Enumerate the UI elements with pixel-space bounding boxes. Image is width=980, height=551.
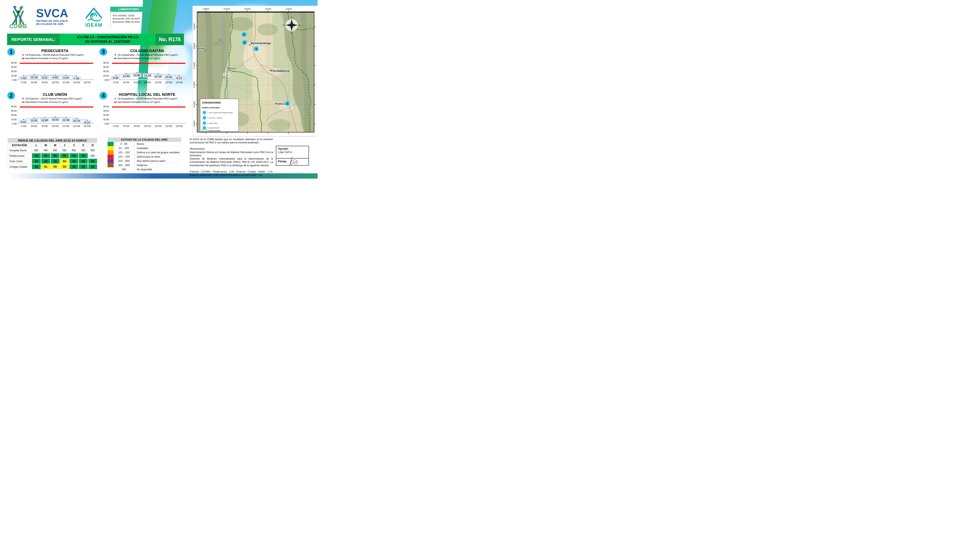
y-tick-label: 0.00 xyxy=(12,79,17,81)
limit-marker-icon xyxy=(114,102,117,103)
chart-svg: 3COLEGIO GAITÁNCA-ColegioGaitán - CE0196… xyxy=(98,48,189,87)
data-label: 6.19 xyxy=(84,121,90,124)
chart-number: 2 xyxy=(10,92,13,98)
city-floridablanca: Floridablanca xyxy=(271,69,290,73)
series-legend-label: CA-Piedecuesta - CE0199 Material Particu… xyxy=(25,54,84,56)
x-tick-label: 8/7/25 xyxy=(123,81,129,84)
x-tick-label: 12/7/25 xyxy=(73,125,80,127)
data-label: 10.50 xyxy=(165,76,172,79)
x-tick-label: 9/7/25 xyxy=(42,81,48,84)
x-tick-label: 11/7/25 xyxy=(154,81,161,84)
report-title-line2: DE 07/07/2025 AL 13/07/2025 xyxy=(85,40,130,44)
data-label: 13.52 xyxy=(52,118,59,121)
signature-icon xyxy=(286,156,299,167)
chart-svg: 2CLUB UNIÓNCA-ClubUnión - CE0197 Materia… xyxy=(6,91,97,130)
y-tick: 1275000 xyxy=(193,62,195,69)
airport-label: PALONEGRO xyxy=(212,41,225,43)
city-lebrija: ebrija xyxy=(198,47,204,50)
chart-number: 3 xyxy=(102,49,105,55)
ica-header: M xyxy=(51,143,60,147)
estado-label: Muy dañina para la salud xyxy=(134,159,181,163)
ica-value-cell: ND xyxy=(79,148,88,153)
y-tick-label: 10.00 xyxy=(103,118,109,121)
y-tick-label: 20.00 xyxy=(103,70,109,73)
estado-label: Peligroso xyxy=(134,163,181,167)
data-label: 11.85 xyxy=(41,119,48,122)
city-giron: Girón xyxy=(229,67,235,70)
data-label: 7.93 xyxy=(21,77,26,80)
ica-value-cell: 53 xyxy=(60,159,69,164)
ica-station: Club Unión xyxy=(8,159,32,164)
legend-item: 2, Club Unión - Cabecera xyxy=(207,117,223,119)
cdmb-logo-icon: CDMB xyxy=(8,5,29,29)
observation-title: Observación1: xyxy=(189,147,273,151)
data-label: 9.45 xyxy=(52,76,58,79)
chart-svg: 4HOSPITAL LOCAL DEL NORTECA-HospitalNort… xyxy=(98,91,189,130)
y-tick-label: 20.00 xyxy=(11,114,17,116)
limit-legend-label: Nivel Máximo Permisible 24 horas (37 µg/… xyxy=(118,101,160,103)
ica-header: S xyxy=(79,143,88,147)
table-row: 51 - 100 Aceptable xyxy=(108,146,181,150)
chart-number: 1 xyxy=(10,49,13,55)
data-label: 9.19 xyxy=(63,76,68,79)
estado-range: 301 - 500 xyxy=(114,163,134,167)
y-tick-label: 10.00 xyxy=(11,75,17,77)
x-tick-label: 12/7/25 xyxy=(165,125,172,127)
estado-range: 51 - 100 xyxy=(114,146,134,150)
compass-w: W xyxy=(283,24,285,26)
estado-color-swatch xyxy=(108,167,114,171)
station-map: PALONEGRO AIRPORT ✈ Bucaramanga Girón Fl… xyxy=(192,6,318,137)
y-tick: 1260000 xyxy=(193,121,195,127)
svca-subtitle-2: DE CALIDAD DE AIRE xyxy=(36,22,68,25)
chart-svg: 1PIEDECUESTACA-Piedecuesta - CE0199 Mate… xyxy=(6,48,97,87)
chart-title: CLUB UNIÓN xyxy=(43,92,67,97)
data-label: 9.22 xyxy=(42,76,48,79)
map-point-3: 3 xyxy=(244,41,245,44)
x-tick: 1100000 xyxy=(223,8,230,10)
chart-number: 4 xyxy=(102,92,105,98)
weekly-air-quality-report: CDMB SVCA SISTEMA DE VIGILANCIA DE CALID… xyxy=(0,0,318,179)
table-row: Club Unión33494953494625 xyxy=(8,159,97,164)
x-tick-label: 13/7/25 xyxy=(83,81,91,84)
ideam-label: IDEAM xyxy=(85,22,102,28)
header-divider xyxy=(110,12,111,27)
y-tick-label: 30.00 xyxy=(11,66,17,68)
approved-by-label: Aprobó: xyxy=(278,147,307,150)
estado-label: Aceptable xyxy=(134,146,181,150)
ica-value-cell: ND xyxy=(60,148,69,153)
observation-body: Determinación Directa en Campo de Materi… xyxy=(189,151,273,157)
city-bucaramanga: Bucaramanga xyxy=(251,41,271,45)
y-tick-label: 40.00 xyxy=(103,62,109,64)
x-tick: 1110000 xyxy=(265,8,271,10)
report-title-left: REPORTE SEMANAL: xyxy=(7,33,60,45)
y-tick-label: 10.00 xyxy=(11,118,17,121)
ica-value-cell: 42 xyxy=(41,153,50,158)
ica-value-cell: 38 xyxy=(60,153,69,158)
series-marker-icon xyxy=(22,97,24,100)
x-tick: 1105000 xyxy=(244,8,251,10)
y-tick-label: 0.00 xyxy=(12,122,17,125)
x-tick-label: 13/7/25 xyxy=(176,125,183,127)
approval-box: Aprobó: Líder SVCA Firma xyxy=(276,146,309,166)
y-tick: 1265000 xyxy=(193,101,195,108)
legend-item: 1, Centro Cultural Daniel Mantilla Orbeg… xyxy=(207,112,233,114)
method-paragraph: Sistemas de Medición Automatizados para … xyxy=(189,157,273,167)
limit-marker-icon xyxy=(114,58,117,59)
chart-club-union: 2CLUB UNIÓNCA-ClubUnión - CE0197 Materia… xyxy=(6,91,97,130)
estado-color-swatch xyxy=(108,150,114,154)
table-row: 201 - 300 Muy dañina para la salud xyxy=(108,159,181,163)
accreditation-lines: NTC-ISO/IEC 17025 Resolución 1257 de 202… xyxy=(113,14,140,24)
x-tick-label: 11/7/25 xyxy=(154,125,161,127)
ica-value-cell: 38 xyxy=(32,164,41,169)
accred-line: NTC-ISO/IEC 17025 xyxy=(113,14,140,17)
data-label: 12.19 xyxy=(154,75,161,78)
x-tick: 1115000 xyxy=(285,8,292,10)
ica-value-cell: 46 xyxy=(79,159,88,164)
ica-header-row: ESTACIÓNLMMJVSD xyxy=(8,143,97,147)
notes-block: El SVCA de la CDMB declara que los resul… xyxy=(189,138,273,176)
estado-color-swatch xyxy=(108,154,114,159)
y-tick-label: 40.00 xyxy=(103,105,109,108)
legend-title: CONVENCIONES xyxy=(202,102,221,104)
x-tick-label: 7/7/25 xyxy=(21,125,26,127)
estado-color-swatch xyxy=(108,146,114,150)
